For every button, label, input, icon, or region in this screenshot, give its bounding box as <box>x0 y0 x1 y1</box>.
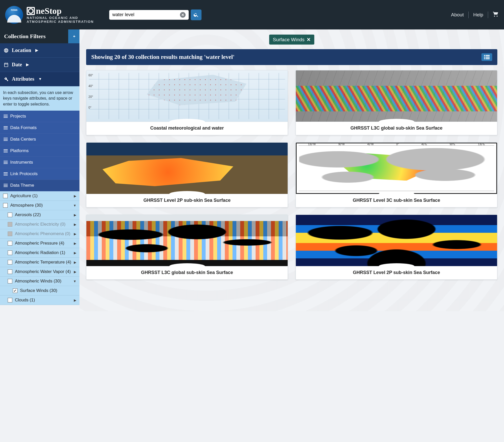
checkbox[interactable] <box>8 213 12 217</box>
theme-label: Atmospheric Pressure (4) <box>15 241 71 246</box>
checkbox[interactable] <box>8 241 12 246</box>
expand-icon: ▶ <box>74 232 76 236</box>
theme-label: Atmospheric Temperature (4) <box>15 260 71 265</box>
result-card[interactable]: 60°40°20°0°Coastal meteorological and wa… <box>86 70 288 135</box>
result-title: GHRSST Level 2P sub-skin Sea Surface <box>86 194 288 207</box>
results-summary-text: Showing 20 of 30 collection results matc… <box>91 54 235 60</box>
divider <box>468 12 469 18</box>
list-icon <box>484 55 490 59</box>
expand-icon: ▶ <box>74 194 76 198</box>
result-title: GHRSST L3C global sub-skin Sea Surface <box>86 266 288 279</box>
attr-subsection-data-theme[interactable]: Data Theme <box>0 180 79 191</box>
filter-attributes[interactable]: Attributes ▼ <box>0 72 79 86</box>
svg-rect-4 <box>484 58 485 59</box>
result-thumbnail <box>296 215 497 266</box>
cart-button[interactable] <box>493 11 499 18</box>
noaa-logo-icon: noaa <box>5 6 23 24</box>
expand-icon: ▼ <box>73 279 76 283</box>
theme-item[interactable]: Atmospheric Pressure (4)▶ <box>0 239 79 248</box>
brand-subtitle-2: ATMOSPHERIC ADMINISTRATION <box>27 20 94 24</box>
results-summary-bar: Showing 20 of 30 collection results matc… <box>86 49 497 65</box>
arrow-left-icon <box>72 34 76 39</box>
checkbox[interactable] <box>3 194 8 198</box>
theme-item[interactable]: Clouds (1)▶ <box>0 296 79 305</box>
checkbox[interactable] <box>8 279 12 283</box>
expand-icon: ▶ <box>74 260 76 264</box>
theme-item[interactable]: Agriculture (1)▶ <box>0 191 79 201</box>
brand-block: noaa neStop NATIONAL OCEANIC AND ATMOSPH… <box>5 6 94 24</box>
expand-icon: ▼ <box>73 204 76 207</box>
theme-label: Surface Winds (30) <box>20 288 76 293</box>
attr-subsection-instruments[interactable]: Instruments <box>0 157 79 168</box>
search-input[interactable] <box>112 12 180 17</box>
theme-item: Atmospheric Phenomena (0)▶ <box>0 229 79 239</box>
active-filter-row: Surface Winds ✕ <box>86 35 497 45</box>
active-filter-tag[interactable]: Surface Winds ✕ <box>269 35 314 45</box>
theme-item[interactable]: Atmospheric Temperature (4)▶ <box>0 258 79 267</box>
menu-icon <box>4 126 8 129</box>
brand-subtitle-1: NATIONAL OCEANIC AND <box>27 16 94 20</box>
result-card[interactable]: 135°W90°W45°W0°45°E90°E135°EGHRSST Level… <box>296 142 497 207</box>
list-view-toggle[interactable] <box>481 53 492 61</box>
theme-label: Atmosphere (30) <box>10 203 70 208</box>
about-link[interactable]: About <box>451 12 464 18</box>
theme-item[interactable]: Atmospheric Water Vapor (4)▶ <box>0 267 79 277</box>
checkbox <box>8 231 12 236</box>
search-input-wrap: ✕ <box>109 10 189 20</box>
result-title: GHRSST L3C global sub-skin Sea Surface <box>296 122 497 135</box>
theme-label: Atmospheric Winds (30) <box>15 279 70 284</box>
result-card[interactable]: GHRSST L3C global sub-skin Sea Surface <box>86 215 288 280</box>
attr-subsection-link-protocols[interactable]: Link Protocols <box>0 168 79 180</box>
results-grid: 60°40°20°0°Coastal meteorological and wa… <box>86 70 497 280</box>
theme-item[interactable]: Atmospheric Winds (30)▼ <box>0 277 79 286</box>
attr-subsection-platforms[interactable]: Platforms <box>0 145 79 157</box>
result-thumbnail: 60°40°20°0° <box>86 70 288 122</box>
filter-location[interactable]: Location ▶ <box>0 43 79 58</box>
theme-item[interactable]: Surface Winds (30) <box>0 286 79 296</box>
svg-rect-2 <box>484 57 485 58</box>
menu-icon <box>4 138 8 141</box>
sidebar-title: Collection Filters <box>0 29 68 43</box>
svg-rect-1 <box>486 55 490 56</box>
result-card[interactable]: GHRSST L3C global sub-skin Sea Surface <box>296 70 497 135</box>
theme-item[interactable]: Atmosphere (30)▼ <box>0 201 79 210</box>
checkbox[interactable] <box>3 203 8 208</box>
checkbox[interactable] <box>8 269 12 274</box>
checkbox[interactable] <box>8 260 12 265</box>
data-theme-panel: Agriculture (1)▶Atmosphere (30)▼Aerosols… <box>0 191 79 305</box>
theme-label: Atmospheric Water Vapor (4) <box>15 269 71 274</box>
theme-item[interactable]: Atmospheric Radiation (1)▶ <box>0 248 79 258</box>
collapse-sidebar-button[interactable] <box>68 29 79 43</box>
theme-item[interactable]: Aerosols (22)▶ <box>0 210 79 220</box>
clear-search-icon[interactable]: ✕ <box>180 12 186 18</box>
svg-rect-5 <box>486 58 490 59</box>
checkbox <box>8 222 12 227</box>
brand-title: neStop <box>27 6 94 16</box>
theme-label: Clouds (1) <box>15 298 71 303</box>
header-links: About Help <box>451 11 499 18</box>
attr-subsection-projects[interactable]: Projects <box>0 111 79 122</box>
result-thumbnail <box>86 215 288 266</box>
globe-icon <box>4 48 9 53</box>
result-card[interactable]: GHRSST Level 2P sub-skin Sea Surface <box>296 215 497 280</box>
remove-filter-icon[interactable]: ✕ <box>307 37 311 43</box>
attr-subsection-data-formats[interactable]: Data Formats <box>0 122 79 134</box>
attr-subsection-data-centers[interactable]: Data Centers <box>0 134 79 145</box>
help-link[interactable]: Help <box>473 12 483 18</box>
search-icon <box>193 12 199 18</box>
expand-icon: ▶ <box>74 241 76 245</box>
result-title: GHRSST Level 3C sub-skin Sea Surface <box>296 194 497 207</box>
filter-date[interactable]: Date ▶ <box>0 58 79 72</box>
wrench-icon <box>4 77 9 82</box>
menu-icon <box>4 184 8 187</box>
checkbox[interactable] <box>13 288 17 293</box>
result-card[interactable]: GHRSST Level 2P sub-skin Sea Surface <box>86 142 288 207</box>
menu-icon <box>4 172 8 175</box>
checkbox[interactable] <box>8 298 12 302</box>
result-title: GHRSST Level 2P sub-skin Sea Surface <box>296 266 497 279</box>
search-button[interactable] <box>191 9 201 20</box>
expand-icon: ▶ <box>74 298 76 302</box>
checkbox[interactable] <box>8 250 12 255</box>
theme-label: Atmospheric Phenomena (0) <box>15 231 71 236</box>
chevron-down-icon: ▼ <box>38 77 42 81</box>
